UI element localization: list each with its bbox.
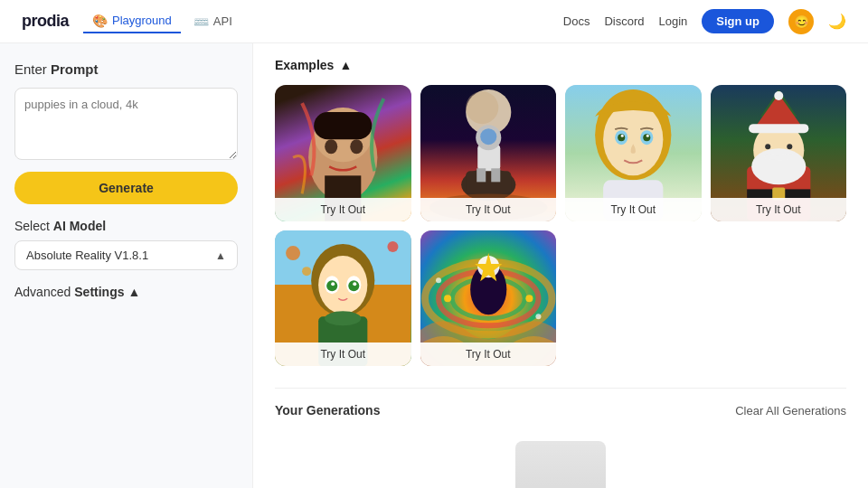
svg-point-17 xyxy=(603,103,663,175)
example-card-santa[interactable]: Try It Out xyxy=(711,85,847,221)
examples-title: Examples xyxy=(275,58,334,72)
chevron-up-icon: ▲ xyxy=(215,249,226,262)
svg-point-4 xyxy=(350,139,363,154)
svg-rect-2 xyxy=(314,112,372,139)
generate-button[interactable]: Generate xyxy=(14,172,238,204)
prompt-input[interactable] xyxy=(14,88,238,160)
avatar[interactable]: 😊 xyxy=(788,9,814,34)
try-it-out-3[interactable]: Try It Out xyxy=(565,198,702,221)
content-area: Examples ▲ xyxy=(253,43,868,488)
clear-all-button[interactable]: Clear All Generations xyxy=(735,404,846,418)
svg-rect-14 xyxy=(491,168,500,182)
main-layout: Enter Prompt Generate Select AI Model Ab… xyxy=(0,43,868,488)
svg-point-32 xyxy=(787,144,792,149)
nav-right: Docs Discord Login Sign up 😊 🌙 xyxy=(563,9,846,34)
svg-point-48 xyxy=(286,246,300,260)
examples-grid-row2: Try It Out xyxy=(275,230,846,367)
svg-point-45 xyxy=(353,282,356,286)
selected-model-name: Absolute Reality V1.8.1 xyxy=(26,249,148,262)
example-card-astronaut[interactable]: Try It Out xyxy=(420,85,557,221)
model-label: Select AI Model xyxy=(14,219,238,233)
tab-playground-label: Playground xyxy=(112,14,172,27)
svg-point-20 xyxy=(621,135,624,137)
svg-rect-9 xyxy=(466,171,511,193)
sidebar: Enter Prompt Generate Select AI Model Ab… xyxy=(0,43,253,488)
try-it-out-6[interactable]: Try It Out xyxy=(420,343,557,366)
example-card-abstract[interactable]: Try It Out xyxy=(420,230,557,367)
examples-header[interactable]: Examples ▲ xyxy=(275,58,846,72)
gen-item xyxy=(506,441,615,488)
svg-point-42 xyxy=(331,282,335,286)
login-link[interactable]: Login xyxy=(659,14,688,28)
discord-link[interactable]: Discord xyxy=(604,14,644,28)
svg-point-58 xyxy=(525,295,533,302)
signup-button[interactable]: Sign up xyxy=(702,9,774,33)
tab-playground[interactable]: 🎨 Playground xyxy=(83,10,181,33)
example-card-anime-girl[interactable]: Try It Out xyxy=(275,230,411,367)
tab-api-label: API xyxy=(213,14,232,28)
try-it-out-2[interactable]: Try It Out xyxy=(420,198,557,221)
nav-left: prodia 🎨 Playground ⌨️ API xyxy=(22,10,241,33)
examples-section: Examples ▲ xyxy=(275,58,846,366)
gen-item-image xyxy=(515,441,606,488)
try-it-out-1[interactable]: Try It Out xyxy=(275,198,411,221)
svg-point-57 xyxy=(444,295,451,302)
svg-point-50 xyxy=(302,267,311,276)
svg-point-31 xyxy=(765,144,770,149)
model-select[interactable]: Absolute Reality V1.8.1 ▲ xyxy=(14,240,238,270)
svg-point-12 xyxy=(480,128,496,145)
svg-point-59 xyxy=(436,277,441,283)
theme-toggle[interactable]: 🌙 xyxy=(828,13,846,30)
advanced-settings-toggle[interactable]: Advanced Settings ▲ xyxy=(14,285,238,299)
svg-point-30 xyxy=(751,148,806,184)
generations-title: Your Generations xyxy=(275,403,380,418)
example-card-colorful-woman[interactable]: Try It Out xyxy=(275,85,411,221)
prompt-label: Enter Prompt xyxy=(14,61,238,77)
try-it-out-5[interactable]: Try It Out xyxy=(275,343,411,366)
svg-point-44 xyxy=(348,280,359,291)
generation-placeholder xyxy=(275,432,846,488)
navbar: prodia 🎨 Playground ⌨️ API Docs Discord … xyxy=(0,0,868,43)
examples-chevron-icon: ▲ xyxy=(339,58,352,72)
svg-point-3 xyxy=(325,139,337,154)
section-divider xyxy=(275,388,846,389)
chevron-up-icon: ▲ xyxy=(128,285,141,299)
svg-point-60 xyxy=(535,314,541,319)
logo[interactable]: prodia xyxy=(22,12,69,31)
api-icon: ⌨️ xyxy=(193,14,209,29)
svg-point-7 xyxy=(466,91,498,124)
svg-point-47 xyxy=(325,311,361,325)
empty-slot-2 xyxy=(711,230,847,367)
svg-point-41 xyxy=(326,280,337,291)
empty-slot-1 xyxy=(565,230,702,367)
svg-point-35 xyxy=(774,91,783,100)
docs-link[interactable]: Docs xyxy=(563,14,590,28)
example-card-blonde-girl[interactable]: Try It Out xyxy=(565,85,702,221)
svg-point-23 xyxy=(646,135,649,137)
try-it-out-4[interactable]: Try It Out xyxy=(711,198,847,221)
tab-api[interactable]: ⌨️ API xyxy=(184,10,241,33)
generations-header: Your Generations Clear All Generations xyxy=(275,403,846,418)
svg-rect-34 xyxy=(749,124,808,133)
playground-icon: 🎨 xyxy=(92,14,108,28)
svg-rect-13 xyxy=(476,168,486,182)
examples-grid-row1: Try It Out xyxy=(275,85,846,221)
nav-tabs: 🎨 Playground ⌨️ API xyxy=(83,10,241,33)
svg-point-49 xyxy=(387,241,398,252)
